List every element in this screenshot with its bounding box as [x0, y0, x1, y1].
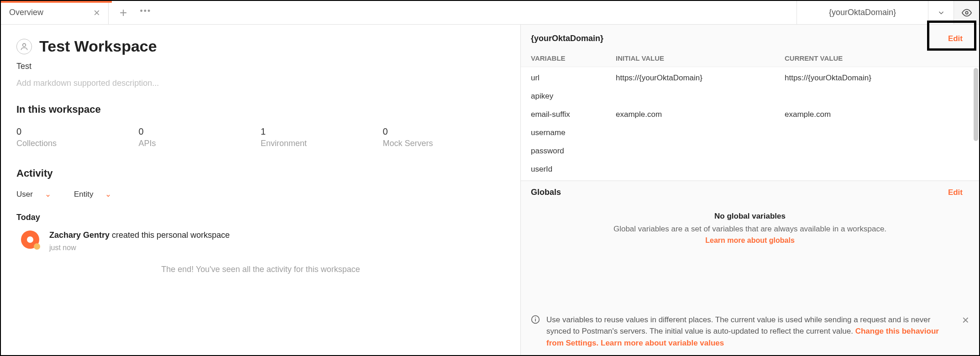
activity-event-time: just now [49, 244, 230, 252]
active-tab-indicator [1, 1, 112, 3]
activity-event: Zachary Gentry created this personal wor… [16, 230, 505, 252]
info-icon [531, 315, 540, 324]
variable-row: username [521, 124, 979, 142]
more-icon[interactable]: ••• [140, 6, 151, 16]
environment-name: {yourOktaDomain} [829, 8, 896, 17]
avatar [21, 230, 39, 249]
filter-user[interactable]: User ⌄ [16, 189, 51, 199]
activity-heading: Activity [16, 168, 505, 179]
stat-label: APIs [139, 139, 261, 148]
variable-row: apikey [521, 87, 979, 105]
stat-value: 0 [139, 126, 261, 137]
edit-environment-link[interactable]: Edit [948, 34, 963, 43]
chevron-down-icon: ⌄ [45, 189, 51, 199]
globals-empty-description: Global variables are a set of variables … [576, 225, 924, 234]
variable-row: urlhttps://{yourOktaDomain}https://{your… [521, 69, 979, 87]
stat-label: Collections [16, 139, 139, 148]
variable-row: userId [521, 160, 979, 178]
stat-value: 0 [16, 126, 139, 137]
close-icon[interactable]: × [94, 7, 100, 18]
variable-info-bar: Use variables to reuse values in differe… [521, 308, 979, 356]
plus-icon[interactable]: + [120, 5, 127, 20]
col-variable: VARIABLE [531, 54, 616, 62]
stat-value: 1 [261, 126, 383, 137]
variable-row: email-suffixexample.comexample.com [521, 105, 979, 124]
variable-table-header: VARIABLE INITIAL VALUE CURRENT VALUE [521, 48, 979, 67]
environment-selector[interactable]: {yourOktaDomain} [797, 1, 928, 24]
filter-label: User [16, 190, 33, 199]
environment-quicklook-button[interactable] [954, 1, 979, 24]
tab-bar: Overview × + ••• {yourOktaDomain} [1, 1, 979, 25]
variable-table-body[interactable]: urlhttps://{yourOktaDomain}https://{your… [521, 67, 979, 181]
stat-collections[interactable]: 0 Collections [16, 126, 139, 148]
learn-more-globals-link[interactable]: Learn more about globals [576, 236, 924, 245]
workspace-overview: Test Workspace Test Add markdown support… [1, 25, 520, 355]
svg-point-1 [23, 43, 26, 47]
col-initial-value: INITIAL VALUE [616, 54, 785, 62]
activity-event-text: Zachary Gentry created this personal wor… [49, 230, 230, 240]
close-icon[interactable]: × [962, 314, 969, 326]
globals-title: Globals [531, 188, 948, 197]
activity-event-user[interactable]: Zachary Gentry [49, 230, 110, 240]
tab-overview[interactable]: Overview × [1, 1, 109, 24]
workspace-title: Test Workspace [39, 37, 157, 55]
environment-panel-title: {yourOktaDomain} [531, 34, 948, 43]
filter-entity[interactable]: Entity ⌄ [74, 189, 112, 199]
workspace-stats: 0 Collections 0 APIs 1 Environment 0 Moc… [16, 126, 505, 148]
user-icon [16, 39, 32, 54]
stat-label: Environment [261, 139, 383, 148]
filter-label: Entity [74, 190, 94, 199]
globals-empty-state: No global variables Global variables are… [521, 204, 979, 247]
learn-more-variable-values-link[interactable]: Learn more about variable values [598, 339, 724, 347]
eye-icon [962, 8, 972, 18]
svg-point-3 [28, 238, 32, 241]
tab-label: Overview [9, 8, 43, 17]
in-this-workspace-heading: In this workspace [16, 104, 505, 115]
stat-value: 0 [383, 126, 505, 137]
workspace-subtitle: Test [16, 62, 505, 71]
environment-dropdown-button[interactable] [928, 1, 954, 24]
activity-end-text: The end! You've seen all the activity fo… [16, 265, 505, 274]
activity-date-group-label: Today [16, 213, 505, 222]
environment-quicklook-panel: {yourOktaDomain} Edit VARIABLE INITIAL V… [520, 25, 979, 355]
edit-globals-link[interactable]: Edit [948, 188, 963, 197]
workspace-description-input[interactable]: Add markdown supported description... [16, 79, 505, 88]
svg-point-6 [535, 317, 536, 318]
chevron-down-icon: ⌄ [105, 189, 111, 199]
chevron-down-icon [937, 9, 945, 17]
stat-environment[interactable]: 1 Environment [261, 126, 383, 148]
stat-apis[interactable]: 0 APIs [139, 126, 261, 148]
col-current-value: CURRENT VALUE [785, 54, 969, 62]
stat-mock-servers[interactable]: 0 Mock Servers [383, 126, 505, 148]
variable-row: password [521, 142, 979, 160]
scrollbar[interactable] [974, 68, 978, 141]
svg-point-0 [965, 11, 968, 14]
globals-empty-title: No global variables [576, 212, 924, 221]
activity-event-action: created this personal workspace [110, 230, 230, 240]
stat-label: Mock Servers [383, 139, 505, 148]
